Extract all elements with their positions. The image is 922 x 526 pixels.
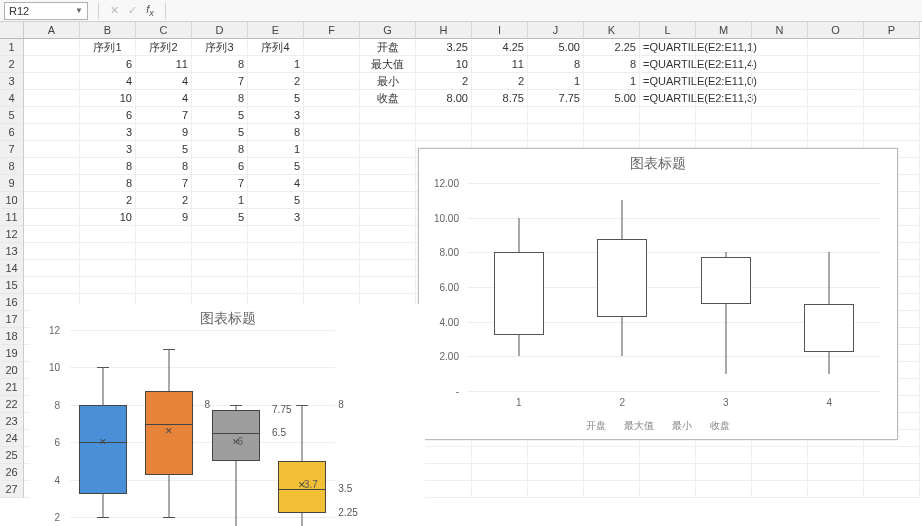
cell[interactable] xyxy=(528,481,584,498)
cell[interactable] xyxy=(752,464,808,481)
cell[interactable]: 8.00 xyxy=(416,90,472,107)
cell[interactable]: 8 xyxy=(192,56,248,73)
cell[interactable] xyxy=(528,464,584,481)
cell[interactable] xyxy=(360,175,416,192)
cell[interactable]: 7.75 xyxy=(528,90,584,107)
cell[interactable] xyxy=(304,226,360,243)
column-header[interactable]: G xyxy=(360,22,416,39)
cell[interactable]: 序列4 xyxy=(248,39,304,56)
cell[interactable] xyxy=(864,124,920,141)
cell[interactable]: 序列2 xyxy=(136,39,192,56)
cell[interactable]: 8.75 xyxy=(472,90,528,107)
cell[interactable] xyxy=(864,481,920,498)
cell[interactable] xyxy=(696,56,752,73)
cell[interactable]: 9 xyxy=(136,209,192,226)
cell[interactable]: 10 xyxy=(80,209,136,226)
chart-boxplot[interactable]: 图表标题 24681012 ✕✕✕✕87.756.53.52.25863.7 xyxy=(30,304,425,526)
cell[interactable] xyxy=(24,277,80,294)
column-header[interactable]: N xyxy=(752,22,808,39)
cell[interactable]: =QUARTILE(E2:E11,3) xyxy=(640,90,696,107)
cell[interactable]: 4.25 xyxy=(472,39,528,56)
column-header[interactable]: C xyxy=(136,22,192,39)
cell[interactable] xyxy=(304,56,360,73)
cell[interactable] xyxy=(864,39,920,56)
cell[interactable]: 2 xyxy=(248,73,304,90)
cell[interactable] xyxy=(808,481,864,498)
cell[interactable]: 3 xyxy=(80,124,136,141)
cell[interactable] xyxy=(808,56,864,73)
cell[interactable] xyxy=(808,464,864,481)
cell[interactable]: 7 xyxy=(192,73,248,90)
row-header[interactable]: 3 xyxy=(0,73,23,90)
row-header[interactable]: 15 xyxy=(0,277,23,294)
row-header[interactable]: 26 xyxy=(0,464,23,481)
cell[interactable] xyxy=(696,124,752,141)
cell[interactable] xyxy=(304,209,360,226)
cell[interactable] xyxy=(752,481,808,498)
cell[interactable]: 5 xyxy=(248,192,304,209)
cell[interactable]: 7 xyxy=(136,175,192,192)
cell[interactable] xyxy=(864,447,920,464)
cell[interactable] xyxy=(808,447,864,464)
cell[interactable] xyxy=(304,90,360,107)
row-header[interactable]: 27 xyxy=(0,481,23,498)
column-header[interactable]: I xyxy=(472,22,528,39)
cell[interactable] xyxy=(24,260,80,277)
cell[interactable] xyxy=(24,243,80,260)
chart-candlestick[interactable]: 图表标题 -2.004.006.008.0010.0012.00 1234 开盘… xyxy=(418,148,898,440)
cell[interactable] xyxy=(248,277,304,294)
row-header[interactable]: 13 xyxy=(0,243,23,260)
cell[interactable]: 8 xyxy=(192,141,248,158)
cell[interactable]: 8 xyxy=(136,158,192,175)
cell[interactable]: 10 xyxy=(80,90,136,107)
column-header[interactable]: A xyxy=(24,22,80,39)
row-header[interactable]: 12 xyxy=(0,226,23,243)
row-header[interactable]: 10 xyxy=(0,192,23,209)
cell[interactable]: 11 xyxy=(136,56,192,73)
cell[interactable] xyxy=(640,107,696,124)
cell[interactable]: 3.25 xyxy=(416,39,472,56)
cell[interactable] xyxy=(360,158,416,175)
cell[interactable] xyxy=(304,107,360,124)
cell[interactable] xyxy=(24,124,80,141)
column-header[interactable]: L xyxy=(640,22,696,39)
cell[interactable]: 5 xyxy=(192,107,248,124)
cell[interactable] xyxy=(864,107,920,124)
cell[interactable]: =QUARTILE(E2:E11,4) xyxy=(640,56,696,73)
cell[interactable] xyxy=(192,260,248,277)
cell[interactable]: 8 xyxy=(528,56,584,73)
cell[interactable] xyxy=(80,226,136,243)
cell[interactable] xyxy=(472,107,528,124)
column-header[interactable]: O xyxy=(808,22,864,39)
cell[interactable]: =QUARTILE(E2:E11,0) xyxy=(640,73,696,90)
cell[interactable] xyxy=(528,107,584,124)
cell[interactable]: 1 xyxy=(248,141,304,158)
cell[interactable] xyxy=(696,464,752,481)
cancel-icon[interactable]: ✕ xyxy=(105,4,123,17)
cell[interactable] xyxy=(136,226,192,243)
cell[interactable] xyxy=(808,90,864,107)
column-header[interactable]: E xyxy=(248,22,304,39)
cell[interactable] xyxy=(136,260,192,277)
cell[interactable] xyxy=(360,192,416,209)
row-header[interactable]: 25 xyxy=(0,447,23,464)
cell[interactable]: 1 xyxy=(528,73,584,90)
column-header[interactable]: D xyxy=(192,22,248,39)
row-header[interactable]: 9 xyxy=(0,175,23,192)
cell[interactable]: 11 xyxy=(472,56,528,73)
cell[interactable] xyxy=(24,226,80,243)
cell[interactable] xyxy=(80,260,136,277)
cell[interactable]: 5 xyxy=(248,158,304,175)
cell[interactable]: 1 xyxy=(584,73,640,90)
cell[interactable] xyxy=(584,447,640,464)
cell[interactable] xyxy=(24,175,80,192)
cell[interactable] xyxy=(24,158,80,175)
cell[interactable]: 最小 xyxy=(360,73,416,90)
cell[interactable]: 序列3 xyxy=(192,39,248,56)
cell[interactable]: 5 xyxy=(192,124,248,141)
fx-icon[interactable]: fx xyxy=(141,3,159,18)
cell[interactable] xyxy=(640,464,696,481)
cell[interactable] xyxy=(808,73,864,90)
cell[interactable] xyxy=(248,226,304,243)
cell[interactable]: 2 xyxy=(80,192,136,209)
